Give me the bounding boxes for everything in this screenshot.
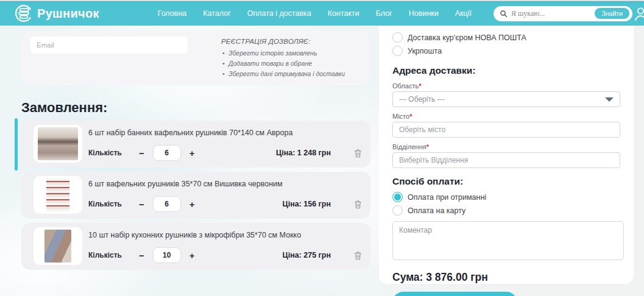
branch-field-label: Відділення* <box>392 143 620 150</box>
nav-item-catalog[interactable]: Каталог <box>203 9 230 18</box>
quantity-value[interactable]: 10 <box>153 247 181 263</box>
radio-icon[interactable] <box>392 46 403 56</box>
order-list: 6 шт набір банних вафельних рушників 70*… <box>21 121 370 274</box>
delivery-option-label: Доставка кур'єром НОВА ПОШТА <box>408 33 526 42</box>
quantity-value[interactable]: 6 <box>153 196 181 212</box>
site-header: Рушничок Головна Каталог Оплата і достав… <box>0 1 644 26</box>
city-label-text: Місто <box>392 113 409 120</box>
remove-item-button[interactable] <box>353 250 363 263</box>
product-thumbnail <box>34 176 82 214</box>
city-field[interactable] <box>392 122 620 138</box>
registration-title: РЕЄСТРАЦІЯ ДОЗВОЛЯЄ: <box>221 38 345 45</box>
item-price: Ціна: 275 грн <box>283 251 331 259</box>
registration-benefit: Додавати товари в обране <box>221 58 345 69</box>
region-select[interactable]: --- Оберіть --- <box>392 91 620 107</box>
quantity-label: Кількість <box>88 200 122 208</box>
registration-benefit: Зберегти історію замовлень <box>221 48 345 58</box>
required-asterisk: * <box>426 143 429 150</box>
order-item-row: 6 шт набір банних вафельних рушників 70*… <box>21 121 370 167</box>
product-name: 6 шт вафельних рушників 35*70 см Вишивка… <box>88 180 328 188</box>
quantity-increase-button[interactable]: + <box>186 251 199 260</box>
search-icon <box>500 10 508 18</box>
order-item-row: 10 шт набір кухонних рушників з мікрофіб… <box>21 223 370 270</box>
required-asterisk: * <box>419 82 421 90</box>
account-icon[interactable] <box>632 5 644 22</box>
nav-item-payment-delivery[interactable]: Оплата і доставка <box>247 9 311 18</box>
remove-item-button[interactable] <box>353 147 363 161</box>
region-field-label: Область* <box>392 82 620 90</box>
quantity-stepper: Кількість − 6 + <box>88 196 198 212</box>
order-section-title: Замовлення: <box>21 100 107 116</box>
product-thumbnail <box>34 227 82 265</box>
quantity-stepper: Кількість − 10 + <box>88 247 198 263</box>
product-image <box>46 178 69 211</box>
product-name: 6 шт набір банних вафельних рушників 70*… <box>88 129 328 137</box>
item-price: Ціна: 1 248 грн <box>276 149 331 157</box>
towel-stack-logo-icon <box>15 4 33 23</box>
order-list-scrollbar[interactable] <box>15 118 18 171</box>
registration-benefit: Зберегти дані отримувача і доставки <box>221 69 345 79</box>
order-total: Сума: 3 876.00 грн <box>392 271 620 284</box>
checkout-panel: Доставка кур'єром НОВА ПОШТА Укрпошта Ад… <box>379 26 634 284</box>
checkout-page: Рушничок Головна Каталог Оплата і достав… <box>0 0 644 296</box>
quantity-stepper: Кількість − 6 + <box>88 145 198 161</box>
payment-option-label: Оплата при отриманні <box>408 193 486 202</box>
product-thumbnail <box>34 125 82 163</box>
payment-option-card[interactable]: Оплата на карту <box>392 205 620 216</box>
region-select-value: --- Оберіть --- <box>399 95 605 104</box>
registration-card: РЕЄСТРАЦІЯ ДОЗВОЛЯЄ: Зберегти історію за… <box>21 30 370 85</box>
nav-item-home[interactable]: Головна <box>158 9 187 18</box>
search-input[interactable] <box>511 9 594 18</box>
order-item-row: 6 шт вафельних рушників 35*70 см Вишивка… <box>21 172 370 219</box>
delivery-address-title: Адреса доставки: <box>392 65 620 76</box>
email-field[interactable] <box>30 37 188 54</box>
radio-icon[interactable] <box>392 205 403 216</box>
quantity-label: Кількість <box>88 149 122 157</box>
trash-icon <box>354 200 362 209</box>
nav-item-new[interactable]: Новинки <box>409 9 439 18</box>
payment-option-label: Оплата на карту <box>408 206 465 215</box>
remove-item-button[interactable] <box>353 199 363 212</box>
branch-label-text: Відділення <box>392 143 426 150</box>
trash-icon <box>354 149 362 158</box>
search-submit-button[interactable]: Знайти <box>594 7 630 19</box>
radio-icon[interactable] <box>392 192 403 202</box>
product-image <box>44 230 71 263</box>
quantity-label: Кількість <box>88 251 122 259</box>
quantity-decrease-button[interactable]: − <box>135 200 148 209</box>
registration-benefits: Зберегти історію замовлень Додавати това… <box>221 48 345 79</box>
region-label-text: Область <box>392 82 419 90</box>
payment-option-cash-on-delivery[interactable]: Оплата при отриманні <box>392 192 620 202</box>
city-field-label: Місто* <box>392 113 620 120</box>
nav-item-blog[interactable]: Блог <box>376 9 392 18</box>
main-nav: Головна Каталог Оплата і доставка Контак… <box>158 9 472 18</box>
chevron-down-icon <box>605 97 614 102</box>
item-price: Ціна: 156 грн <box>283 200 331 208</box>
product-name: 10 шт набір кухонних рушників з мікрофіб… <box>88 231 328 239</box>
radio-icon[interactable] <box>392 32 403 43</box>
place-order-button[interactable]: Оформити замовлення <box>392 292 517 296</box>
payment-method-title: Спосіб оплати: <box>392 176 620 187</box>
registration-info: РЕЄСТРАЦІЯ ДОЗВОЛЯЄ: Зберегти історію за… <box>221 38 345 79</box>
delivery-option-nova-poshta-courier[interactable]: Доставка кур'єром НОВА ПОШТА <box>392 32 620 43</box>
quantity-value[interactable]: 6 <box>153 145 181 161</box>
quantity-increase-button[interactable]: + <box>186 200 199 209</box>
quantity-decrease-button[interactable]: − <box>135 149 148 158</box>
branch-field[interactable] <box>392 152 620 168</box>
delivery-option-label: Укрпошта <box>408 47 442 55</box>
comment-field[interactable] <box>392 221 624 260</box>
brand-name: Рушничок <box>37 7 99 21</box>
product-image <box>38 127 78 160</box>
quantity-decrease-button[interactable]: − <box>135 251 148 260</box>
quantity-increase-button[interactable]: + <box>186 149 199 158</box>
delivery-option-ukrposhta[interactable]: Укрпошта <box>392 46 620 56</box>
search-bar: Знайти <box>494 6 632 21</box>
nav-item-contacts[interactable]: Контакти <box>328 9 359 18</box>
brand-logo[interactable]: Рушничок <box>15 4 99 23</box>
nav-item-sales[interactable]: Акції <box>455 9 472 18</box>
required-asterisk: * <box>409 113 412 120</box>
trash-icon <box>354 251 362 260</box>
